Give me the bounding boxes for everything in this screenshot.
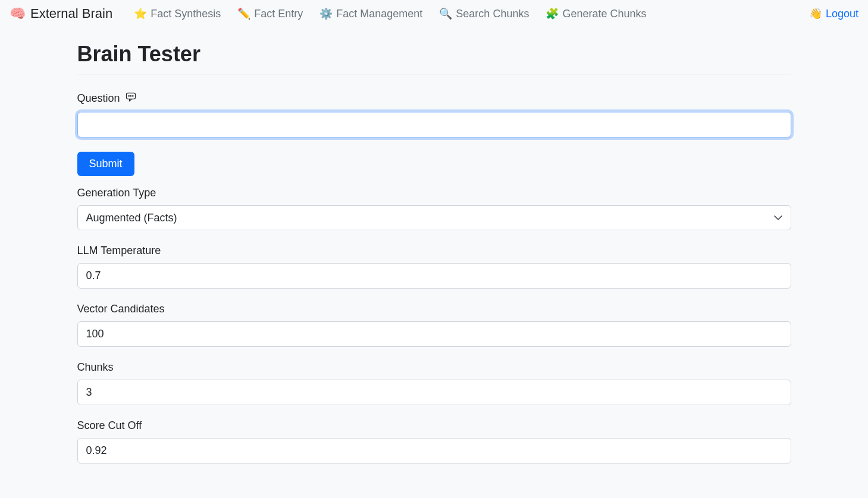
brain-icon: 🧠 [10,6,26,21]
svg-point-3 [132,96,133,96]
svg-point-1 [129,96,129,96]
llm-temperature-group: LLM Temperature [77,245,791,289]
divider [77,74,791,74]
vector-candidates-group: Vector Candidates [77,303,791,347]
chunks-input[interactable] [77,380,791,405]
nav-link-label: Generate Chunks [562,8,646,20]
nav-link-label: Fact Synthesis [151,8,221,20]
vector-candidates-label: Vector Candidates [77,303,791,315]
gear-icon: ⚙️ [319,7,333,20]
question-group: Question [77,91,791,137]
score-cutoff-label-text: Score Cut Off [77,419,142,432]
submit-button[interactable]: Submit [77,152,134,176]
logout-link[interactable]: 👋 Logout [809,7,858,20]
brand-text: External Brain [30,6,112,21]
score-cutoff-input[interactable] [77,438,791,463]
wave-icon: 👋 [809,7,822,20]
magnifier-icon: 🔍 [439,7,452,20]
chat-icon [125,91,137,106]
generation-type-select[interactable]: Augmented (Facts) [77,205,791,230]
llm-temperature-label-text: LLM Temperature [77,245,161,257]
question-input[interactable] [77,112,791,137]
main-container: Brain Tester Question Submit Generation … [77,27,791,498]
nav-fact-management[interactable]: ⚙️ Fact Management [312,5,430,23]
nav-generate-chunks[interactable]: 🧩 Generate Chunks [538,5,653,23]
nav-fact-synthesis[interactable]: ⭐ Fact Synthesis [127,5,228,23]
puzzle-icon: 🧩 [546,7,559,20]
vector-candidates-input[interactable] [77,321,791,347]
nav-link-label: Fact Entry [254,8,303,20]
score-cutoff-label: Score Cut Off [77,419,791,432]
nav-link-label: Fact Management [336,8,422,20]
nav-fact-entry[interactable]: ✏️ Fact Entry [230,5,310,23]
navbar: 🧠 External Brain ⭐ Fact Synthesis ✏️ Fac… [0,0,868,27]
generation-type-label: Generation Type [77,187,791,199]
llm-temperature-input[interactable] [77,263,791,289]
brand-link[interactable]: 🧠 External Brain [10,6,112,21]
logout-label: Logout [826,8,858,20]
chunks-group: Chunks [77,361,791,405]
page-title: Brain Tester [77,42,791,67]
score-cutoff-group: Score Cut Off [77,419,791,463]
vector-candidates-label-text: Vector Candidates [77,303,165,315]
chunks-label-text: Chunks [77,361,114,374]
llm-temperature-label: LLM Temperature [77,245,791,257]
generation-type-group: Augmented (Facts) [77,205,791,230]
pencil-icon: ✏️ [237,7,250,20]
chunks-label: Chunks [77,361,791,374]
nav-search-chunks[interactable]: 🔍 Search Chunks [432,5,536,23]
svg-point-2 [130,96,131,96]
question-label: Question [77,91,791,106]
question-label-text: Question [77,92,120,105]
nav-link-label: Search Chunks [456,8,529,20]
star-icon: ⭐ [134,7,147,20]
